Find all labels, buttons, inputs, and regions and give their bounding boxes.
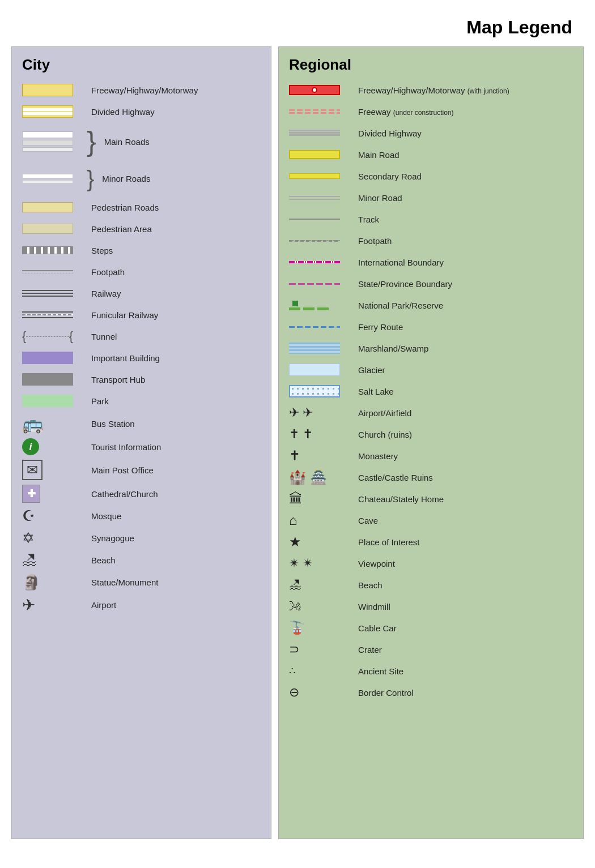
viewpoint-icon: ✴ ✴ <box>289 556 313 571</box>
reg-state-boundary-symbol <box>289 283 351 285</box>
reg-border-label: Border Control <box>351 688 414 698</box>
reg-ancient-label: Ancient Site <box>351 666 403 676</box>
reg-cablecar-symbol: 🚡 <box>289 621 351 635</box>
list-item: Transport Hub <box>22 371 261 388</box>
reg-freeway-const-lines <box>289 109 340 114</box>
page: Map Legend City Freeway/Highway/Motorway <box>0 0 595 868</box>
reg-crater-label: Crater <box>351 645 382 655</box>
list-item: Ferry Route <box>289 318 573 335</box>
city-tourist-label: Tourist Information <box>84 442 161 452</box>
synagogue-icon: ✡ <box>22 529 35 547</box>
city-church-label: Cathedral/Church <box>84 489 158 499</box>
reg-track-symbol <box>289 219 351 220</box>
list-item: 🗿 Statue/Monument <box>22 574 261 591</box>
city-divided-symbol <box>22 105 84 118</box>
nat-park-lines-row <box>289 307 340 310</box>
city-ped-area-label: Pedestrian Area <box>84 224 152 234</box>
reg-freeway-box <box>289 85 340 95</box>
city-post-symbol: ✉ <box>22 460 84 480</box>
city-main-roads-symbol <box>22 131 84 152</box>
city-church-symbol: ✚ <box>22 485 84 503</box>
title-bar: Map Legend <box>11 11 584 46</box>
beach-icon: 🏖 <box>22 551 37 569</box>
marshland-box <box>289 343 340 354</box>
city-divided-label: Divided Highway <box>84 107 155 117</box>
tunnel-icon: } { <box>22 329 73 344</box>
list-item: Funicular Railway <box>22 306 261 323</box>
list-item: } { Tunnel <box>22 328 261 345</box>
reg-cave-label: Cave <box>351 516 378 525</box>
list-item: i Tourist Information <box>22 438 261 455</box>
reg-monastery-symbol: ✝ <box>289 448 351 464</box>
monastery-icon: ✝ <box>289 448 300 464</box>
church-ruins-icon: ✝ ✝ <box>289 427 313 442</box>
reg-monastery-label: Monastery <box>351 451 398 461</box>
city-railway-label: Railway <box>84 289 121 298</box>
list-item: ✝ ✝ Church (ruins) <box>289 426 573 443</box>
list-item: Pedestrian Area <box>22 220 261 237</box>
minor-road-line-1 <box>22 174 73 178</box>
city-synagogue-symbol: ✡ <box>22 529 84 547</box>
city-tourist-symbol: i <box>22 438 84 455</box>
reg-marshland-label: Marshland/Swamp <box>351 344 428 353</box>
reg-divided-label: Divided Highway <box>351 129 422 138</box>
main-road-line-1 <box>22 131 73 138</box>
list-item: ☪ Mosque <box>22 507 261 525</box>
chateau-icon: 🏛 <box>289 491 303 507</box>
airport-airfield-icon: ✈ ✈ <box>289 405 313 420</box>
list-item: ✈ Airport <box>22 596 261 614</box>
divided-road-box <box>22 105 73 118</box>
page-title: Map Legend <box>11 17 572 38</box>
list-item: Footpath <box>22 263 261 280</box>
city-tunnel-label: Tunnel <box>84 332 117 341</box>
city-freeway-label: Freeway/Highway/Motorway <box>84 85 198 95</box>
list-item: Railway <box>22 285 261 302</box>
reg-main-road-label: Main Road <box>351 150 400 160</box>
list-item: 🚌 Bus Station <box>22 414 261 434</box>
city-funicular-label: Funicular Railway <box>84 310 158 320</box>
reg-track-label: Track <box>351 215 379 224</box>
main-roads-brace: } <box>84 127 97 156</box>
city-park-label: Park <box>84 396 109 406</box>
city-steps-label: Steps <box>84 246 113 255</box>
steps-box <box>22 246 73 254</box>
city-funicular-symbol <box>22 311 84 319</box>
reg-intl-boundary-label: International Boundary <box>351 258 444 267</box>
reg-intl-boundary-symbol <box>289 261 351 263</box>
main-road-line-3 <box>22 147 73 152</box>
list-item: Glacier <box>289 361 573 378</box>
reg-footpath-line <box>289 240 340 242</box>
border-control-icon: ⊖ <box>289 685 299 700</box>
crater-icon: ⊃ <box>289 642 299 657</box>
city-ped-roads-symbol <box>22 202 84 212</box>
nat-park-seg-2 <box>303 307 314 310</box>
city-statue-label: Statue/Monument <box>84 578 158 587</box>
list-item: ✚ Cathedral/Church <box>22 485 261 503</box>
funicular-lines <box>22 311 73 319</box>
list-item: Park <box>22 392 261 409</box>
reg-beach-icon: 🏖 <box>289 578 301 592</box>
cave-icon: ⌂ <box>289 512 298 528</box>
list-item: ⊖ Border Control <box>289 684 573 701</box>
nat-park-seg-3 <box>317 307 329 310</box>
list-item: Secondary Road <box>289 168 573 185</box>
city-important-bldg-label: Important Building <box>84 353 160 363</box>
reg-poi-label: Place of Interest <box>351 537 419 547</box>
list-item: ⊃ Crater <box>289 641 573 658</box>
reg-ferry-symbol <box>289 326 351 328</box>
list-item: ✡ Synagogue <box>22 529 261 547</box>
list-item: 🏖 Beach <box>22 551 261 569</box>
city-column: City Freeway/Highway/Motorway Divided Hi… <box>11 46 271 839</box>
reg-divided-lines <box>289 130 340 136</box>
city-ped-roads-label: Pedestrian Roads <box>84 203 159 212</box>
reg-state-boundary-label: State/Province Boundary <box>351 279 452 289</box>
city-beach-symbol: 🏖 <box>22 551 84 569</box>
junction-dot <box>312 87 317 93</box>
reg-church-ruins-label: Church (ruins) <box>351 430 412 439</box>
city-freeway-symbol <box>22 84 84 96</box>
poi-star-icon: ★ <box>289 534 301 550</box>
city-footpath-label: Footpath <box>84 267 125 277</box>
list-item: International Boundary <box>289 254 573 271</box>
ped-area-box <box>22 224 73 234</box>
reg-minor-symbol <box>289 196 351 200</box>
